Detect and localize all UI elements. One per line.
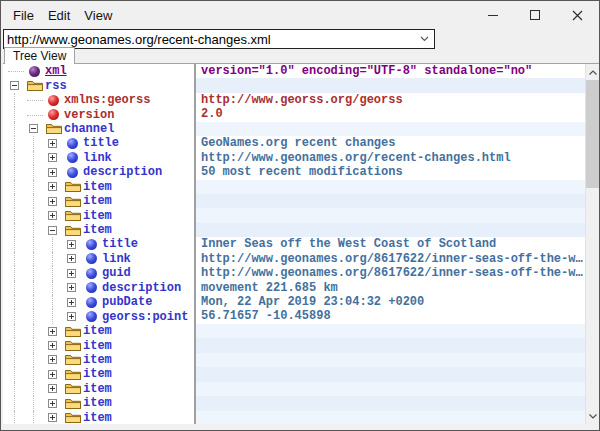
expand-plus-icon[interactable] xyxy=(67,269,76,278)
value-row xyxy=(196,367,585,381)
value-row xyxy=(196,338,585,352)
expand-plus-icon[interactable] xyxy=(48,211,57,220)
value-row: GeoNames.org recent changes xyxy=(196,136,585,150)
folder-icon xyxy=(63,223,82,237)
close-icon xyxy=(572,10,583,21)
address-input[interactable] xyxy=(4,30,414,48)
tree-node-label: link xyxy=(82,151,112,165)
tree-node[interactable]: title xyxy=(3,237,194,251)
tree-node[interactable]: description xyxy=(3,165,194,179)
value-row: Mon, 22 Apr 2019 23:04:32 +0200 xyxy=(196,295,585,309)
combo-dropdown-button[interactable] xyxy=(414,30,434,48)
expand-plus-icon[interactable] xyxy=(48,168,57,177)
tree-node-label: description xyxy=(101,281,181,295)
tree-node[interactable]: item xyxy=(3,382,194,396)
expand-plus-icon[interactable] xyxy=(48,399,57,408)
tree-node[interactable]: item xyxy=(3,324,194,338)
menu-file[interactable]: File xyxy=(7,5,40,26)
red-ball-icon xyxy=(44,93,63,107)
tree-node[interactable]: pubDate xyxy=(3,295,194,309)
value-row: http://www.geonames.org/recent-changes.h… xyxy=(196,151,585,165)
value-row xyxy=(196,194,585,208)
expand-plus-icon[interactable] xyxy=(48,370,57,379)
tree-node-label: item xyxy=(82,411,112,424)
expand-plus-icon[interactable] xyxy=(48,384,57,393)
tree-node[interactable]: xml xyxy=(3,64,194,78)
tree-node[interactable]: link xyxy=(3,252,194,266)
expand-plus-icon[interactable] xyxy=(48,327,57,336)
expand-plus-icon[interactable] xyxy=(48,413,57,422)
folder-icon xyxy=(63,367,82,381)
value-row xyxy=(196,208,585,222)
tree-node[interactable]: guid xyxy=(3,266,194,280)
expand-plus-icon[interactable] xyxy=(48,139,57,148)
expand-plus-icon[interactable] xyxy=(48,153,57,162)
expand-plus-icon[interactable] xyxy=(67,240,76,249)
menu-view[interactable]: View xyxy=(78,5,118,26)
tree-node[interactable]: description xyxy=(3,281,194,295)
value-row xyxy=(196,122,585,136)
tree-node[interactable]: item xyxy=(3,353,194,367)
value-row xyxy=(196,411,585,425)
value-row: 2.0 xyxy=(196,107,585,121)
tree-node-label: item xyxy=(82,396,112,410)
expand-plus-icon[interactable] xyxy=(48,197,57,206)
tree-node[interactable]: rss xyxy=(3,78,194,92)
value-row: 56.71657 -10.45898 xyxy=(196,309,585,323)
maximize-button[interactable] xyxy=(514,1,556,29)
value-row xyxy=(196,324,585,338)
value-row: Inner Seas off the West Coast of Scotlan… xyxy=(196,237,585,251)
tree-node[interactable]: item xyxy=(3,223,194,237)
tree-node[interactable]: item xyxy=(3,208,194,222)
tree-node[interactable]: item xyxy=(3,396,194,410)
scroll-down-button[interactable] xyxy=(586,408,600,424)
blue-ball-icon xyxy=(63,151,82,165)
folder-icon xyxy=(63,208,82,222)
collapse-minus-icon[interactable] xyxy=(48,226,57,235)
tree-node[interactable]: item xyxy=(3,411,194,425)
expand-plus-icon[interactable] xyxy=(67,254,76,263)
tree-node[interactable]: channel xyxy=(3,122,194,136)
value-row xyxy=(196,180,585,194)
scroll-up-button[interactable] xyxy=(586,64,600,80)
tree-node[interactable]: georss:point xyxy=(3,309,194,323)
chevron-down-icon xyxy=(589,414,597,419)
blue-ball-icon xyxy=(82,266,101,280)
tab-tree-view[interactable]: Tree View xyxy=(4,47,75,64)
tree-node-label: guid xyxy=(101,266,131,280)
tree-node[interactable]: item xyxy=(3,180,194,194)
folder-icon xyxy=(25,78,44,92)
tree-node[interactable]: title xyxy=(3,136,194,150)
expand-plus-icon[interactable] xyxy=(48,355,57,364)
folder-icon xyxy=(63,353,82,367)
scrollbar-thumb[interactable] xyxy=(586,80,600,188)
tree-node[interactable]: item xyxy=(3,367,194,381)
collapse-minus-icon[interactable] xyxy=(10,81,19,90)
expand-plus-icon[interactable] xyxy=(67,298,76,307)
collapse-minus-icon[interactable] xyxy=(29,124,38,133)
expand-plus-icon[interactable] xyxy=(48,182,57,191)
expand-plus-icon[interactable] xyxy=(67,283,76,292)
value-pane: version="1.0" encoding="UTF-8" standalon… xyxy=(196,64,585,424)
tree-node[interactable]: item xyxy=(3,194,194,208)
tree-node-label: item xyxy=(82,209,112,223)
tree-node[interactable]: version xyxy=(3,107,194,121)
menu-edit[interactable]: Edit xyxy=(42,5,76,26)
close-button[interactable] xyxy=(556,1,598,29)
value-row xyxy=(196,396,585,410)
address-combobox[interactable] xyxy=(3,29,435,49)
tree-node[interactable]: xmlns:georss xyxy=(3,93,194,107)
tree-node[interactable]: item xyxy=(3,338,194,352)
expand-plus-icon[interactable] xyxy=(67,312,76,321)
folder-icon xyxy=(63,382,82,396)
tree-node[interactable]: link xyxy=(3,151,194,165)
minimize-button[interactable] xyxy=(472,1,514,29)
expand-plus-icon[interactable] xyxy=(48,341,57,350)
folder-icon xyxy=(63,396,82,410)
folder-icon xyxy=(63,180,82,194)
value-row xyxy=(196,223,585,237)
red-ball-icon xyxy=(44,107,63,121)
blue-ball-icon xyxy=(82,252,101,266)
tree-node-label: description xyxy=(82,165,162,179)
vertical-scrollbar[interactable] xyxy=(585,64,599,424)
